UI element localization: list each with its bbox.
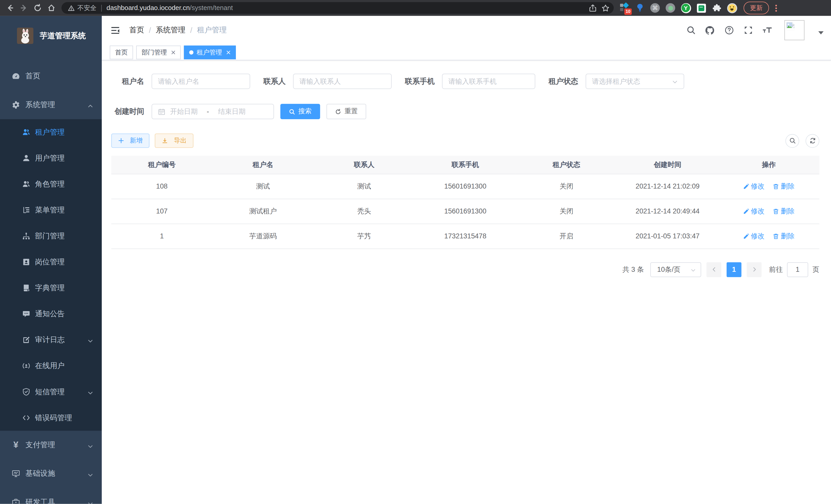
page-url[interactable]: dashboard.yudao.iocoder.cn/system/tenant — [107, 4, 233, 12]
errcode-icon — [22, 414, 30, 422]
close-icon[interactable] — [226, 50, 231, 55]
browser-update-button[interactable]: 更新 — [744, 2, 769, 14]
avatar-dropdown-icon[interactable] — [819, 31, 824, 34]
devtool-icon — [11, 498, 20, 504]
url-host: dashboard.yudao.iocoder.cn — [107, 4, 190, 12]
page-size-select[interactable]: 10条/页 — [650, 262, 701, 277]
sidebar-item-audit[interactable]: 审计日志 — [0, 327, 102, 353]
delete-link[interactable]: 删除 — [773, 181, 795, 191]
search-button[interactable]: 搜索 — [280, 104, 320, 119]
sidebar-item-tenant[interactable]: 租户管理 — [0, 119, 102, 145]
pagination: 共 3 条 10条/页 1 前往 页 — [111, 262, 820, 277]
infra-icon — [11, 469, 20, 478]
sidebar-item-menus[interactable]: 菜单管理 — [0, 197, 102, 223]
tab-home[interactable]: 首页 — [110, 46, 133, 59]
sidebar-item-online[interactable]: 在线用户 — [0, 353, 102, 379]
share-icon[interactable] — [586, 1, 599, 15]
avatar[interactable] — [784, 20, 805, 40]
screen: 不安全 dashboard.yudao.iocoder.cn/system/te… — [0, 0, 831, 504]
sidebar-item-dept[interactable]: 部门管理 — [0, 223, 102, 249]
extension-record-icon[interactable] — [665, 3, 676, 13]
sidebar-item-system[interactable]: 系统管理 — [0, 91, 102, 119]
extension-avatar-icon[interactable] — [727, 3, 737, 13]
sidebar-item-post[interactable]: 岗位管理 — [0, 249, 102, 275]
fullscreen-icon[interactable] — [743, 25, 753, 35]
sidebar-collapse-icon[interactable] — [110, 25, 120, 35]
extension-cmd-icon[interactable]: ⌘ — [650, 3, 660, 13]
tenant-name-input[interactable] — [152, 74, 250, 89]
col-contact: 联系人 — [314, 156, 415, 174]
sidebar-item-notice[interactable]: 通知公告 — [0, 301, 102, 327]
col-tenant-id: 租户编号 — [111, 156, 212, 174]
page-content: 租户名 联系人 联系手机 租户状态 请选择租户状态 — [102, 60, 831, 504]
prev-page-button[interactable] — [706, 262, 721, 277]
refresh-table-icon[interactable] — [806, 134, 820, 148]
sidebar-item-home[interactable]: 首页 — [0, 62, 102, 90]
total-count: 共 3 条 — [622, 265, 644, 274]
breadcrumb-current: 租户管理 — [197, 25, 227, 35]
url-path: /system/tenant — [190, 4, 233, 12]
chevron-down-icon — [87, 442, 93, 448]
edit-link[interactable]: 修改 — [743, 181, 765, 191]
status-select[interactable]: 请选择租户状态 — [585, 74, 684, 89]
sidebar-item-errcode[interactable]: 错误码管理 — [0, 405, 102, 431]
tab-dept[interactable]: 部门管理 — [136, 46, 181, 59]
page-1-button[interactable]: 1 — [727, 262, 742, 277]
notice-icon — [22, 310, 30, 318]
col-created: 创建时间 — [617, 156, 718, 174]
sidebar-item-devtool[interactable]: 研发工具 — [0, 488, 102, 504]
sidebar-item-roles[interactable]: 角色管理 — [0, 171, 102, 197]
sidebar-item-pay[interactable]: ¥ 支付管理 — [0, 431, 102, 459]
breadcrumb-system[interactable]: 系统管理 — [156, 25, 185, 35]
sidebar-menu: 首页 系统管理 租户管理 用户管理 — [0, 55, 102, 504]
github-icon[interactable] — [705, 25, 715, 35]
browser-menu-icon[interactable] — [772, 5, 780, 11]
download-icon — [162, 138, 168, 144]
gear-icon — [11, 101, 20, 109]
next-page-button[interactable] — [747, 262, 762, 277]
topbar: 首页 / 系统管理 / 租户管理 — [102, 16, 831, 45]
close-icon[interactable] — [171, 50, 175, 55]
delete-link[interactable]: 删除 — [773, 231, 795, 241]
edit-link[interactable]: 修改 — [743, 206, 765, 216]
security-chip[interactable]: 不安全 — [68, 3, 96, 12]
tab-tenant[interactable]: 租户管理 — [184, 46, 236, 59]
search-icon[interactable] — [686, 25, 696, 35]
sidebar-item-dict[interactable]: 字典管理 — [0, 275, 102, 301]
font-size-icon[interactable] — [762, 25, 772, 35]
post-icon — [22, 258, 30, 266]
extension-puzzle-icon[interactable] — [711, 3, 722, 13]
address-bar[interactable]: 不安全 dashboard.yudao.iocoder.cn/system/te… — [61, 2, 613, 13]
col-status: 租户状态 — [516, 156, 617, 174]
extension-chat-icon[interactable] — [696, 3, 706, 13]
mobile-input[interactable] — [442, 74, 535, 89]
breadcrumb-separator: / — [190, 26, 192, 34]
help-icon[interactable] — [724, 25, 734, 35]
reset-button[interactable]: 重置 — [326, 104, 366, 119]
delete-link[interactable]: 删除 — [773, 206, 795, 216]
show-search-icon[interactable] — [785, 134, 799, 148]
date-range-picker[interactable]: 开始日期 - 结束日期 — [152, 104, 274, 119]
app-logo-row[interactable]: 芋道管理系统 — [0, 16, 102, 55]
export-button[interactable]: 导出 — [155, 134, 194, 148]
extension-balloon-icon[interactable] — [634, 3, 645, 13]
edit-link[interactable]: 修改 — [743, 231, 765, 241]
sidebar-item-users[interactable]: 用户管理 — [0, 145, 102, 171]
app-logo — [17, 28, 33, 44]
contact-input[interactable] — [293, 74, 392, 89]
status-placeholder: 请选择租户状态 — [592, 77, 640, 86]
trash-icon — [773, 208, 779, 214]
browser-home-icon[interactable] — [45, 1, 58, 15]
extension-grid-icon[interactable]: 10 — [619, 3, 630, 13]
extension-y-icon[interactable]: Y — [681, 3, 691, 13]
goto-page-input[interactable] — [787, 262, 808, 277]
browser-forward-icon[interactable] — [17, 1, 31, 15]
breadcrumb-home[interactable]: 首页 — [129, 25, 144, 35]
browser-back-icon[interactable] — [3, 1, 17, 15]
sidebar-item-sms[interactable]: 短信管理 — [0, 379, 102, 405]
sidebar-item-infra[interactable]: 基础设施 — [0, 459, 102, 488]
add-button[interactable]: 新增 — [111, 134, 149, 148]
bookmark-star-icon[interactable] — [599, 1, 612, 15]
browser-reload-icon[interactable] — [31, 1, 45, 15]
trash-icon — [773, 183, 779, 189]
